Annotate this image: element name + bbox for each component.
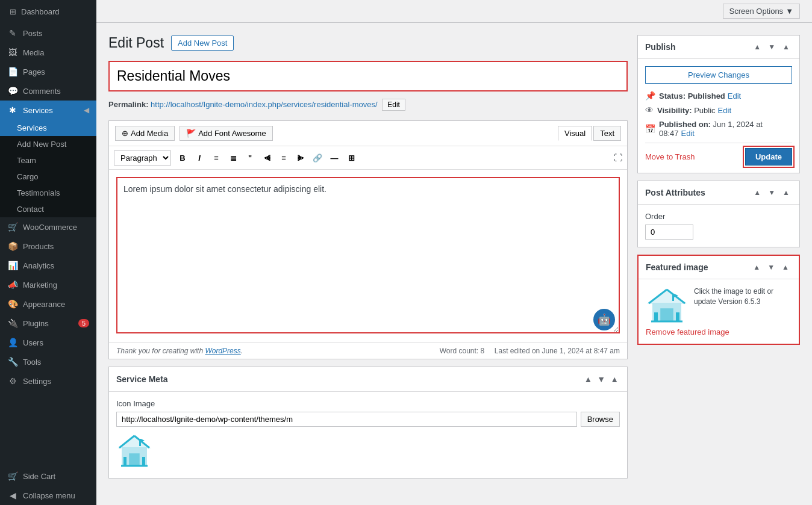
permalink-edit-button[interactable]: Edit: [382, 99, 405, 111]
more-button[interactable]: —: [326, 150, 342, 166]
content-area: Edit Post Add New Post Permalink: http:/…: [96, 23, 812, 505]
sidebar-item-settings[interactable]: ⚙ Settings: [0, 371, 96, 391]
sidebar-item-label: Media: [23, 48, 44, 57]
align-center-button[interactable]: ≡: [276, 150, 292, 166]
featured-image-box: Featured image ▲ ▼ ▲: [637, 255, 800, 345]
sidebar: ⊞ Dashboard ✎ Posts 🖼 Media 📄 Pages 💬 Co…: [0, 0, 96, 505]
featured-collapse-up[interactable]: ▲: [751, 262, 763, 273]
update-button[interactable]: Update: [745, 148, 792, 166]
visibility-edit-link[interactable]: Edit: [718, 106, 731, 115]
sidebar-item-users[interactable]: 👤 Users: [0, 333, 96, 352]
order-input[interactable]: [645, 225, 693, 240]
sidebar-subitem-services[interactable]: Services: [0, 120, 96, 136]
unordered-list-button[interactable]: ≡: [208, 150, 224, 166]
wordpress-link[interactable]: WordPress: [205, 347, 240, 355]
featured-collapse-down[interactable]: ▼: [765, 262, 777, 273]
meta-collapse-up[interactable]: ▲: [582, 373, 593, 385]
bold-button[interactable]: B: [175, 150, 190, 166]
remove-featured-image-link[interactable]: Remove featured image: [646, 327, 792, 336]
sidebar-item-label: Services: [23, 106, 53, 115]
editor-box: ⊕ Add Media 🚩 Add Font Awesome Visual Te…: [108, 120, 628, 359]
publish-collapse-up[interactable]: ▲: [751, 42, 763, 52]
page-title: Edit Post: [108, 35, 164, 51]
italic-button[interactable]: I: [192, 150, 207, 166]
sidebar-item-plugins[interactable]: 🔌 Plugins 5: [0, 314, 96, 333]
status-edit-link[interactable]: Edit: [728, 91, 741, 101]
sidebar-subitem-team[interactable]: Team: [0, 152, 96, 169]
publish-expand[interactable]: ▲: [780, 42, 792, 52]
add-font-awesome-label: Add Font Awesome: [198, 129, 266, 138]
sidebar-item-tools[interactable]: 🔧 Tools: [0, 352, 96, 371]
featured-expand[interactable]: ▲: [779, 262, 792, 273]
featured-house-svg: [646, 287, 688, 323]
sidebar-item-label: Posts: [23, 29, 43, 38]
svg-rect-2: [130, 454, 139, 466]
footer-text: Thank you for creating with WordPress.: [116, 347, 243, 355]
ordered-list-button[interactable]: ≣: [225, 150, 241, 166]
sidebar-item-analytics[interactable]: 📊 Analytics: [0, 256, 96, 275]
editor-toolbar: Paragraph B I ≡ ≣ " ⫷ ≡ ⫸ 🔗 — ⊞ ⛶: [109, 146, 627, 170]
add-media-button[interactable]: ⊕ Add Media: [115, 126, 175, 141]
media-icon: 🖼: [7, 48, 18, 57]
sidebar-subitem-testimonials[interactable]: Testimonials: [0, 185, 96, 201]
blockquote-button[interactable]: ": [242, 150, 258, 166]
products-icon: 📦: [7, 241, 18, 251]
status-label: Status: PublishedEdit: [659, 91, 741, 101]
sidebar-item-products[interactable]: 📦 Products: [0, 237, 96, 256]
icon-image-input[interactable]: [116, 412, 577, 427]
sidebar-subitem-cargo[interactable]: Cargo: [0, 169, 96, 185]
attributes-expand[interactable]: ▲: [780, 187, 792, 198]
published-edit-link[interactable]: Edit: [681, 129, 695, 138]
sidebar-item-label: WooCommerce: [23, 223, 77, 232]
add-new-button[interactable]: Add New Post: [171, 36, 234, 51]
link-button[interactable]: 🔗: [310, 150, 325, 166]
sidebar-item-label: Settings: [23, 377, 51, 386]
chevron-icon: ◀: [84, 106, 89, 114]
screen-options-button[interactable]: Screen Options ▼: [723, 4, 800, 19]
permalink-url[interactable]: http://localhost/Ignite-demo/index.php/s…: [151, 100, 377, 109]
sidebar-item-pages[interactable]: 📄 Pages: [0, 62, 96, 81]
align-right-button[interactable]: ⫸: [293, 150, 308, 166]
meta-expand[interactable]: ▲: [609, 373, 620, 385]
move-to-trash-link[interactable]: Move to Trash: [645, 152, 695, 161]
sidebar-item-label: Users: [23, 338, 43, 347]
sidebar-item-comments[interactable]: 💬 Comments: [0, 81, 96, 101]
publish-collapse-down[interactable]: ▼: [766, 42, 778, 52]
attributes-collapse-up[interactable]: ▲: [751, 187, 763, 198]
attributes-controls: ▲ ▼ ▲: [751, 187, 792, 198]
sidebar-item-appearance[interactable]: 🎨 Appearance: [0, 294, 96, 314]
featured-image-thumbnail[interactable]: [646, 287, 688, 323]
sidebar-logo[interactable]: ⊞ Dashboard: [0, 0, 96, 23]
sidebar-item-side-cart[interactable]: 🛒 Side Cart: [0, 466, 96, 486]
sidebar-subitem-add-new-post[interactable]: Add New Post: [0, 136, 96, 152]
sidebar-item-media[interactable]: 🖼 Media: [0, 43, 96, 62]
sidebar-item-services[interactable]: ✱ Services ◀: [0, 101, 96, 120]
meta-collapse-down[interactable]: ▼: [596, 373, 607, 385]
sidebar-item-woocommerce[interactable]: 🛒 WooCommerce: [0, 217, 96, 237]
posts-icon: ✎: [7, 28, 18, 38]
editor-footer: Thank you for creating with WordPress. W…: [109, 342, 627, 359]
browse-button[interactable]: Browse: [581, 412, 620, 427]
collapse-label: Collapse menu: [23, 491, 75, 500]
chevron-down-icon: ▼: [785, 7, 793, 16]
sidebar-item-posts[interactable]: ✎ Posts: [0, 23, 96, 43]
visual-tab[interactable]: Visual: [558, 126, 592, 141]
post-content-textarea[interactable]: Lorem ipsum dolor sit amet consectetur a…: [116, 177, 620, 333]
align-left-button[interactable]: ⫷: [259, 150, 275, 166]
sidebar-collapse[interactable]: ◀ Collapse menu: [0, 486, 96, 505]
paragraph-select[interactable]: Paragraph: [114, 150, 171, 166]
word-count: Word count: 8 Last edited on June 1, 202…: [440, 347, 620, 355]
add-font-awesome-button[interactable]: 🚩 Add Font Awesome: [180, 126, 273, 141]
sidebar-item-marketing[interactable]: 📣 Marketing: [0, 275, 96, 294]
expand-button[interactable]: ⛶: [614, 153, 622, 163]
post-title-input[interactable]: [108, 61, 628, 91]
sidebar-subitem-contact[interactable]: Contact: [0, 201, 96, 217]
preview-changes-button[interactable]: Preview Changes: [645, 66, 792, 84]
visibility-row: 👁 Visibility: PublicEdit: [645, 105, 792, 115]
marketing-icon: 📣: [7, 280, 18, 290]
order-label: Order: [645, 212, 792, 221]
ai-assistant-button[interactable]: 🤖: [593, 309, 615, 330]
attributes-collapse-down[interactable]: ▼: [766, 187, 778, 198]
table-button[interactable]: ⊞: [343, 150, 359, 166]
text-tab[interactable]: Text: [593, 126, 621, 141]
